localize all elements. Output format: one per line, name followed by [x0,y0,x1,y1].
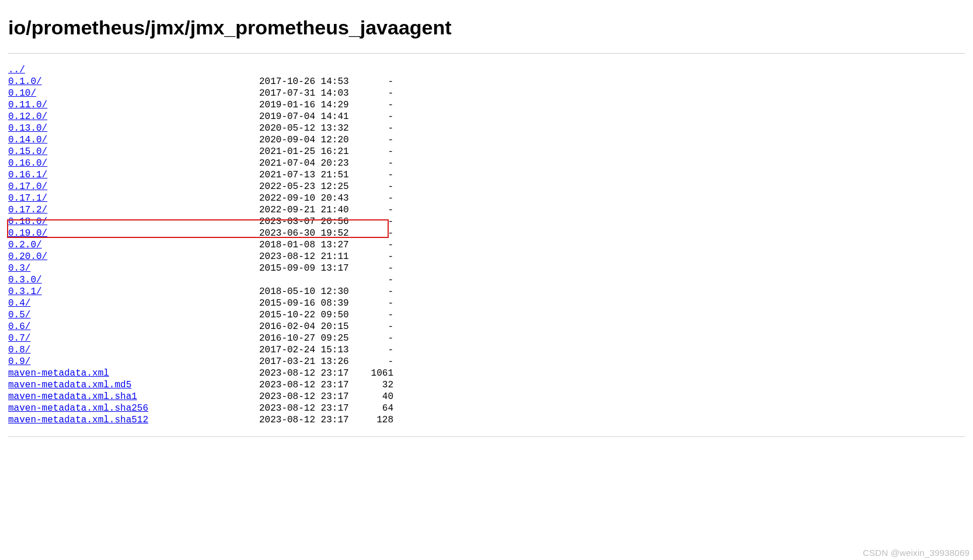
entry-date: 2023-08-12 23:17 [259,414,344,426]
entry-link[interactable]: 0.13.0/ [8,123,47,134]
list-item: 0.2.0/2018-01-08 13:27- [8,239,965,251]
entry-link[interactable]: 0.10/ [8,88,36,99]
entry-link[interactable]: 0.12.0/ [8,111,47,122]
list-item: 0.15.0/2021-01-25 16:21- [8,146,965,158]
entry-link[interactable]: 0.16.1/ [8,170,47,180]
entry-link[interactable]: 0.9/ [8,356,30,367]
entry-link[interactable]: 0.14.0/ [8,135,47,145]
entry-size: - [344,134,393,146]
entry-link[interactable]: 0.17.2/ [8,205,47,215]
list-item: 0.17.2/2022-09-21 21:40- [8,204,965,216]
entry-date: 2019-01-16 14:29 [259,99,344,111]
list-item: 0.9/2017-03-21 13:26- [8,356,965,368]
entry-size: - [344,286,393,298]
list-item: ../ [8,64,965,76]
entry-link[interactable]: 0.15.0/ [8,146,47,157]
entry-link[interactable]: 0.5/ [8,310,30,320]
entry-date: 2020-09-04 12:20 [259,134,344,146]
entry-link[interactable]: 0.17.0/ [8,181,47,192]
entry-date: 2020-05-12 13:32 [259,123,344,134]
list-item: 0.3/2015-09-09 13:17- [8,262,965,274]
entry-link[interactable]: 0.2.0/ [8,240,42,250]
list-item: 0.11.0/2019-01-16 14:29- [8,99,965,111]
entry-date: 2022-09-21 21:40 [259,204,344,216]
page-title: io/prometheus/jmx/jmx_prometheus_javaage… [8,16,965,39]
entry-size: 64 [344,402,393,414]
entry-size: 40 [344,391,393,402]
entry-link[interactable]: 0.3.0/ [8,275,42,285]
entry-link[interactable]: maven-metadata.xml.sha1 [8,391,137,402]
entry-size: - [344,356,393,368]
entry-date: 2023-06-30 19:52 [259,228,344,239]
entry-link[interactable]: 0.19.0/ [8,228,47,239]
entry-size: 1061 [344,368,393,379]
list-item: 0.7/2016-10-27 09:25- [8,332,965,344]
entry-size: - [344,274,393,286]
entry-size: - [344,239,393,251]
list-item: 0.17.1/2022-09-10 20:43- [8,192,965,204]
entry-date: 2023-08-12 23:17 [259,402,344,414]
entry-date: 2015-09-16 08:39 [259,298,344,309]
entry-link[interactable]: 0.20.0/ [8,251,47,262]
entry-size: - [344,216,393,228]
entry-size: - [344,344,393,356]
list-item: 0.16.0/2021-07-04 20:23- [8,158,965,169]
entry-link[interactable]: maven-metadata.xml.sha512 [8,415,148,425]
entry-size: - [344,181,393,192]
entry-size: - [344,88,393,99]
entry-link[interactable]: maven-metadata.xml.sha256 [8,403,148,414]
entry-date: 2016-10-27 09:25 [259,332,344,344]
entry-date: 2022-09-10 20:43 [259,192,344,204]
entry-link[interactable]: 0.8/ [8,345,30,355]
list-item: 0.8/2017-02-24 15:13- [8,344,965,356]
entry-link[interactable]: 0.4/ [8,298,30,309]
entry-link[interactable]: 0.3/ [8,263,30,274]
entry-size: - [344,76,393,88]
entry-link[interactable]: 0.17.1/ [8,193,47,204]
list-item: 0.13.0/2020-05-12 13:32- [8,123,965,134]
entry-date: 2017-07-31 14:03 [259,88,344,99]
list-item: 0.12.0/2019-07-04 14:41- [8,111,965,123]
entry-date: 2018-05-10 12:30 [259,286,344,298]
entry-date: 2023-03-07 20:56 [259,216,344,228]
list-item: maven-metadata.xml.sha12023-08-12 23:174… [8,391,965,402]
list-item: 0.3.0/- [8,274,965,286]
entry-link[interactable]: maven-metadata.xml [8,368,109,379]
entry-date: 2017-03-21 13:26 [259,356,344,368]
bottom-divider [8,436,965,437]
list-item: 0.10/2017-07-31 14:03- [8,88,965,99]
entry-date: 2023-08-12 23:17 [259,368,344,379]
entry-link[interactable]: 0.3.1/ [8,286,42,297]
entry-date: 2019-07-04 14:41 [259,111,344,123]
entry-size: - [344,228,393,239]
entry-link[interactable]: 0.1.0/ [8,76,42,87]
list-item: 0.19.0/2023-06-30 19:52- [8,228,965,239]
entry-date: 2015-10-22 09:50 [259,309,344,321]
entry-date: 2022-05-23 12:25 [259,181,344,192]
parent-link[interactable]: ../ [8,65,25,75]
entry-size: - [344,251,393,262]
entry-size: - [344,158,393,169]
list-item: maven-metadata.xml.sha5122023-08-12 23:1… [8,414,965,426]
entry-link[interactable]: maven-metadata.xml.md5 [8,380,131,390]
list-item: 0.1.0/2017-10-26 14:53- [8,76,965,88]
entry-date: 2015-09-09 13:17 [259,262,344,274]
entry-date: 2021-07-04 20:23 [259,158,344,169]
entry-date: 2017-02-24 15:13 [259,344,344,356]
entry-link[interactable]: 0.16.0/ [8,158,47,169]
list-item: 0.16.1/2021-07-13 21:51- [8,169,965,181]
entry-link[interactable]: 0.7/ [8,333,30,344]
entry-size: 32 [344,379,393,391]
entry-size: - [344,204,393,216]
entry-size: - [344,99,393,111]
entry-size: - [344,146,393,158]
entry-date: 2021-01-25 16:21 [259,146,344,158]
list-item: 0.5/2015-10-22 09:50- [8,309,965,321]
entry-link[interactable]: 0.11.0/ [8,100,47,110]
entry-link[interactable]: 0.18.0/ [8,216,47,227]
entry-size: - [344,169,393,181]
entry-date: 2023-08-12 21:11 [259,251,344,262]
entry-link[interactable]: 0.6/ [8,321,30,332]
list-item: maven-metadata.xml.md52023-08-12 23:1732 [8,379,965,391]
entry-size: 128 [344,414,393,426]
